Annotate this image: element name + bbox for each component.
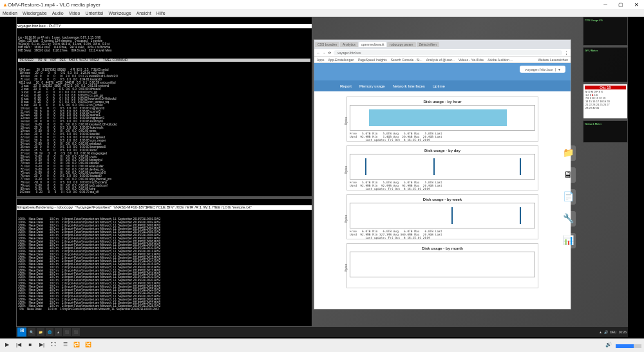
tab-robocopy[interactable]: robocopy param [387, 42, 415, 47]
forward-icon[interactable]: → [323, 51, 326, 55]
disk-chart: Disk usage - by weekBytesFree 6.0TB Min … [346, 194, 538, 239]
system-tray: ▲ 🔊 DEU 16:26 [599, 330, 627, 334]
vlc-menubar: Medien Wiedergabe Audio Video Untertitel… [0, 9, 644, 17]
cpu-gadget[interactable]: CPU Usage 4% [583, 17, 628, 46]
window-title: OMV-Restore-1.mp4 - VLC media player [8, 2, 600, 8]
bookmarks-bar: Apps App-Einstellungen PageSpeed Insight… [314, 57, 571, 63]
vlc-icon: ▲ [3, 2, 8, 8]
desktop-gadgets: CPU Usage 4% GPU Meter Okt 19 M D M D F … [583, 17, 628, 326]
taskbar-app[interactable]: 🌐 [46, 328, 53, 336]
tab-css[interactable]: CSS broaden [315, 42, 339, 47]
bm-more[interactable]: Weitere Lesezeichen [538, 58, 568, 62]
desktop-icons: 📁 🖥 📄 🔧 📊 [560, 145, 580, 248]
desktop-icon[interactable]: 📄 [560, 189, 576, 205]
menu-audio[interactable]: Audio [52, 11, 64, 15]
tray-time[interactable]: 16:26 [618, 330, 627, 334]
bm-psi[interactable]: PageSpeed Insights [358, 58, 387, 62]
bm-ana[interactable]: Analysis of @user... [426, 58, 455, 62]
omv-host-badge[interactable]: voyager.fritz.box | ▾ [520, 66, 565, 73]
chrome-window[interactable]: CSS broaden Analytics openmediavault rob… [314, 39, 571, 310]
bm-au[interactable]: Adobe Audition ... [488, 58, 513, 62]
menu-werkzeuge[interactable]: Werkzeuge [108, 11, 131, 15]
nav-report[interactable]: Report [340, 84, 352, 88]
next-button[interactable]: ▶| [37, 342, 46, 351]
menu-medien[interactable]: Medien [3, 11, 17, 15]
stop-button[interactable]: ■ [26, 342, 35, 351]
vlc-titlebar: ▲ OMV-Restore-1.mp4 - VLC media player ─… [0, 0, 644, 9]
back-icon[interactable]: ← [317, 51, 320, 55]
taskbar-app[interactable]: ⬛ [72, 328, 80, 336]
menu-hilfe[interactable]: Hilfe [156, 11, 166, 15]
shuffle-button[interactable]: 🔀 [84, 342, 93, 351]
volume-icon[interactable]: 🔊 [604, 342, 613, 351]
browser-toolbar: ← → ⟳ voyager.fritz.box ⋮ [314, 49, 571, 57]
disk-chart: Disk usage - by monthBytes [346, 243, 538, 288]
top-header: top - 16:26:30 up 47 min, 1 user, load a… [18, 36, 310, 52]
nav-netif[interactable]: Network Interfaces [393, 84, 425, 88]
address-bar[interactable]: voyager.fritz.box [334, 50, 562, 55]
bm-apps[interactable]: Apps [317, 58, 324, 62]
cmd-window[interactable]: Eingabeaufforderung - robocopy "\\voyage… [16, 198, 312, 327]
cmd-titlebar[interactable]: Eingabeaufforderung - robocopy "\\voyage… [17, 205, 312, 210]
windows-taskbar: ⊞ 🔍 📁 🌐 ▲ ⬛ ⬛ ▲ 🔊 DEU 16:26 [16, 327, 628, 337]
prev-button[interactable]: |◀ [14, 342, 23, 351]
close-button[interactable]: ✕ [631, 2, 641, 8]
tray-lang[interactable]: DEU [610, 330, 617, 334]
bm-yt[interactable]: Videos - YouTube [459, 58, 484, 62]
desktop-icon[interactable]: 🖥 [560, 167, 576, 183]
nav-memory[interactable]: Memory usage [359, 84, 385, 88]
maximize-button[interactable]: ▢ [616, 2, 626, 8]
network-gadget[interactable]: Network Meter [583, 120, 628, 143]
start-button[interactable]: ⊞ [17, 328, 26, 337]
charts-container: Disk usage - by hourBytesFree 5.0TB Min … [314, 91, 571, 293]
desktop-icon[interactable]: 📁 [560, 145, 576, 161]
minimize-button[interactable]: ─ [600, 2, 611, 8]
play-button[interactable]: ▶ [3, 342, 12, 351]
bm-appset[interactable]: App-Einstellungen [328, 58, 354, 62]
recorded-desktop: voyager.fritz.box - PuTTY top - 16:26:30… [16, 17, 628, 337]
omv-subnav: Report Memory usage Network Interfaces U… [314, 81, 571, 91]
tray-icon[interactable]: 🔊 [604, 330, 608, 334]
volume-slider[interactable] [616, 344, 641, 348]
playlist-button[interactable]: ☰ [61, 342, 70, 351]
fullscreen-button[interactable]: ⛶ [49, 342, 58, 351]
loop-button[interactable]: 🔁 [72, 342, 81, 351]
tray-icon[interactable]: ▲ [599, 330, 602, 334]
menu-icon[interactable]: ⋮ [565, 51, 568, 55]
browser-tabstrip: CSS broaden Analytics openmediavault rob… [314, 40, 571, 49]
menu-untertitel[interactable]: Untertitel [85, 11, 103, 15]
calendar-gadget[interactable]: Okt 19 M D M D F S S 1 2 3 4 5 67 8 9 10… [583, 84, 628, 119]
putty-titlebar[interactable]: voyager.fritz.box - PuTTY [17, 24, 312, 28]
desktop-icon[interactable]: 🔧 [560, 211, 576, 227]
menu-ansicht[interactable]: Ansicht [137, 11, 151, 15]
disk-chart: Disk usage - by dayBytesFree 5.0TB Min 5… [346, 145, 538, 190]
bm-sc[interactable]: Search Console - St... [391, 58, 422, 62]
omv-header: voyager.fritz.box | ▾ [314, 63, 571, 81]
gpu-gadget[interactable]: GPU Meter [583, 47, 628, 82]
taskbar-app[interactable]: ⬛ [63, 328, 71, 336]
reload-icon[interactable]: ⟳ [328, 51, 331, 55]
disk-chart: Disk usage - by hourBytesFree 5.0TB Min … [346, 97, 538, 142]
taskbar-app[interactable]: 📁 [37, 328, 44, 336]
tab-analytics[interactable]: Analytics [340, 42, 358, 47]
video-frame: voyager.fritz.box - PuTTY top - 16:26:30… [0, 17, 644, 338]
top-process-list: 4245 pm 20 0 1079392 89568 4 R 92.9 2.3 … [18, 68, 310, 194]
robocopy-output: 100% Neue Datei 10.0 m 1:\Import-Fotos\I… [17, 216, 312, 312]
tab-zeit[interactable]: Zeitschriften [417, 42, 439, 47]
putty-window[interactable]: voyager.fritz.box - PuTTY top - 16:26:30… [16, 17, 312, 197]
top-columns: PID USER PR NI VIRT RES SHR S %CPU %MEM … [18, 59, 310, 62]
taskbar-search-icon[interactable]: 🔍 [28, 328, 35, 336]
tab-omv[interactable]: openmediavault [359, 42, 386, 47]
browser-viewport: voyager.fritz.box | ▾ Report Memory usag… [314, 63, 571, 309]
desktop-icon[interactable]: 📊 [560, 233, 576, 248]
nav-uptime[interactable]: Uptime [433, 84, 445, 88]
menu-video[interactable]: Video [69, 11, 80, 15]
taskbar-app[interactable]: ▲ [55, 328, 62, 336]
menu-wiedergabe[interactable]: Wiedergabe [23, 11, 47, 15]
